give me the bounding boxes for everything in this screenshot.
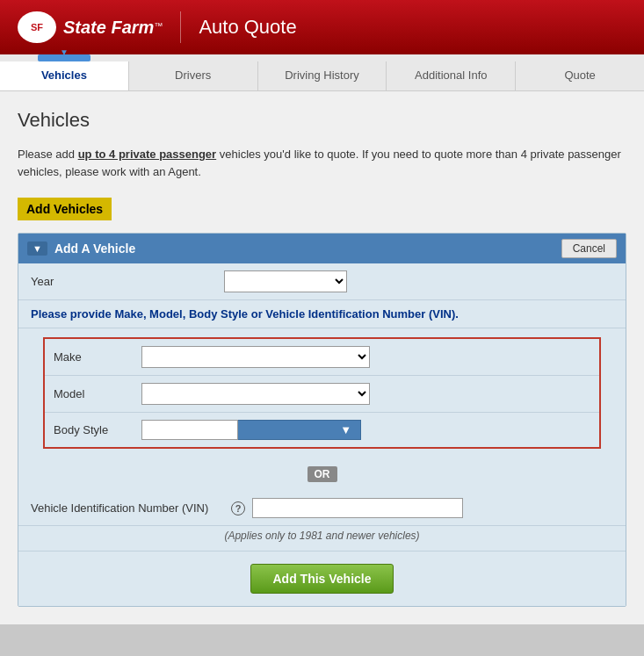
vin-input[interactable] [252,498,463,518]
model-select[interactable] [141,383,370,405]
progress-tabs: Vehicles Drivers Driving History Additio… [0,54,644,90]
applies-note: (Applies only to 1981 and newer vehicles… [18,526,626,551]
model-row: Model [45,376,599,413]
make-select[interactable] [141,346,370,368]
year-label: Year [31,275,224,288]
page-title: Vehicles [18,109,626,132]
year-select[interactable] [224,270,347,292]
body-style-text-input[interactable] [141,420,238,440]
model-label: Model [54,387,141,400]
vehicle-form-inner: Year Please provide Make, Model, Body St… [18,263,626,606]
intro-text: Please add up to 4 private passenger veh… [18,146,626,180]
tab-vehicles[interactable]: Vehicles [0,61,129,90]
vin-label: Vehicle Identification Number (VIN) [31,501,224,515]
vehicle-card-header-left: ▼ Add A Vehicle [27,241,135,256]
main-content: Vehicles Please add up to 4 private pass… [0,91,644,624]
tab-additional-info[interactable]: Additional Info [387,61,516,90]
app-header: SF State Farm™ Auto Quote [0,0,644,54]
year-row: Year [18,263,626,300]
year-input-wrap [224,270,613,292]
logo: SF State Farm™ [18,11,163,43]
or-badge: OR [308,466,337,482]
logo-icon: SF [18,11,56,43]
add-vehicle-button[interactable]: Add This Vehicle [250,564,393,594]
cancel-button[interactable]: Cancel [561,239,617,258]
vin-help-icon[interactable]: ? [231,501,245,515]
intro-bold: up to 4 private passenger [78,148,217,161]
logo-tm: ™ [154,20,163,30]
progress-nav: Vehicles Drivers Driving History Additio… [0,54,644,91]
body-style-input-wrap: ▼ [141,420,361,440]
mmb-section: Make Model Body Style [18,328,626,458]
body-style-dropdown[interactable]: ▼ [238,420,361,440]
tab-drivers[interactable]: Drivers [129,61,258,90]
make-label: Make [54,350,141,364]
body-style-row: Body Style ▼ [45,413,599,447]
mmb-group: Make Model Body Style [43,337,601,449]
tab-driving-history[interactable]: Driving History [258,61,387,90]
vehicle-card-header: ▼ Add A Vehicle Cancel [18,234,626,263]
header-divider [180,11,181,43]
or-separator: OR [18,458,626,491]
logo-state-farm: State Farm [63,18,154,37]
add-vehicles-label: Add Vehicles [18,198,112,220]
svg-text:SF: SF [31,22,43,32]
vin-row: Vehicle Identification Number (VIN) ? [18,491,626,526]
header-title: Auto Quote [199,16,296,39]
tab-quote[interactable]: Quote [516,61,644,90]
collapse-arrow[interactable]: ▼ [27,241,47,256]
make-row: Make [45,339,599,376]
body-dropdown-arrow: ▼ [340,423,351,436]
add-vehicle-btn-row: Add This Vehicle [18,551,626,606]
vehicle-card: ▼ Add A Vehicle Cancel Year Please provi… [18,233,626,607]
vin-prompt: Please provide Make, Model, Body Style o… [18,300,626,328]
add-vehicle-title: Add A Vehicle [54,241,135,256]
body-style-label: Body Style [54,423,141,436]
